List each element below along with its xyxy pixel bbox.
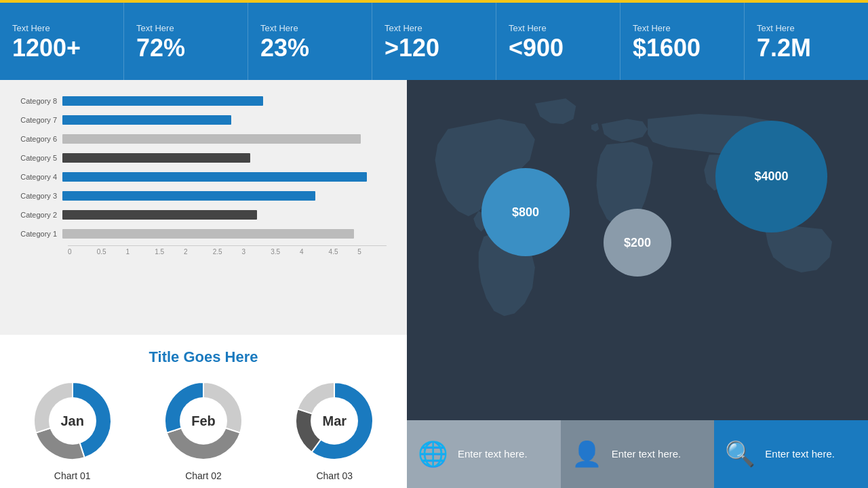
axis-label: 3.5 (271, 246, 300, 256)
bar-track (62, 191, 387, 201)
bar-label: Category 6 (14, 135, 62, 143)
bar-fill (62, 191, 315, 201)
bar-fill (62, 229, 354, 239)
stat-label: Text Here (633, 23, 671, 33)
stat-item: Text Here 1200+ (0, 3, 124, 80)
stat-item: Text Here 7.2M (745, 3, 868, 80)
bar-fill (62, 210, 257, 220)
bar-fill (62, 172, 367, 182)
donut-section: Title Goes Here Jan Chart 01 Feb Chart 0… (0, 335, 407, 488)
map-bubble: $800 (481, 168, 570, 256)
bar-track (62, 115, 387, 125)
donut-chart-item: Jan Chart 01 (28, 377, 117, 481)
bar-track (62, 229, 387, 239)
bar-row: Category 7 (14, 113, 387, 127)
chart-axis: 00.511.522.533.544.55 (68, 245, 387, 256)
bar-label: Category 4 (14, 173, 62, 181)
bar-label: Category 5 (14, 154, 62, 162)
bottom-text: Enter text here. (612, 447, 682, 461)
stat-value: 23% (260, 36, 309, 60)
bottom-info-bar: 🌐 Enter text here. 👤 Enter text here. 🔍 … (407, 420, 868, 488)
map-bubble: $4000 (715, 121, 827, 232)
bar-track (62, 153, 387, 163)
bar-track (62, 134, 387, 144)
axis-label: 5 (357, 246, 387, 256)
bar-row: Category 2 (14, 207, 387, 222)
right-panel: $800$200$4000 🌐 Enter text here. 👤 Enter… (407, 80, 868, 488)
main-content: Category 8 Category 7 Category 6 Categor… (0, 80, 868, 488)
stat-value: 1200+ (12, 36, 81, 60)
bar-track (62, 96, 387, 106)
bar-chart: Category 8 Category 7 Category 6 Categor… (14, 94, 387, 256)
stat-value: $1600 (633, 36, 701, 60)
left-panel: Category 8 Category 7 Category 6 Categor… (0, 80, 407, 488)
stat-label: Text Here (12, 23, 50, 33)
axis-label: 4.5 (329, 246, 358, 256)
bottom-bar-item: 🌐 Enter text here. (407, 420, 561, 488)
bar-track (62, 172, 387, 182)
bar-label: Category 8 (14, 97, 62, 105)
donut-chart-label: Chart 03 (316, 470, 353, 481)
stat-value: 7.2M (757, 36, 811, 60)
donut-wrapper: Mar (290, 377, 378, 465)
donut-wrapper: Jan (28, 377, 117, 465)
stat-value: >120 (384, 36, 439, 60)
bottom-text: Enter text here. (765, 447, 835, 461)
stat-item: Text Here 23% (248, 3, 372, 80)
donut-center-text: Jan (60, 413, 83, 429)
stat-label: Text Here (260, 23, 298, 33)
bar-row: Category 8 (14, 94, 387, 108)
stat-item: Text Here >120 (372, 3, 496, 80)
axis-label: 2.5 (213, 246, 242, 256)
world-map-area: $800$200$4000 (407, 80, 868, 352)
donut-chart-label: Chart 01 (54, 470, 91, 481)
stat-item: Text Here $1600 (620, 3, 745, 80)
bottom-bar (407, 352, 868, 420)
bottom-bar-item: 👤 Enter text here. (561, 420, 715, 488)
bar-label: Category 2 (14, 211, 62, 219)
bar-fill (62, 115, 231, 125)
donut-charts-row: Jan Chart 01 Feb Chart 02 Mar Chart 03 (7, 377, 400, 481)
bar-row: Category 5 (14, 150, 387, 165)
stat-label: Text Here (757, 23, 795, 33)
stats-bar: Text Here 1200+ Text Here 72% Text Here … (0, 0, 868, 80)
bar-row: Category 4 (14, 169, 387, 184)
bar-chart-section: Category 8 Category 7 Category 6 Categor… (0, 80, 407, 335)
donut-chart-item: Feb Chart 02 (159, 377, 248, 481)
bottom-bar-item: 🔍 Enter text here. (714, 420, 868, 488)
bar-fill (62, 153, 250, 163)
bottom-text: Enter text here. (458, 447, 528, 461)
bottom-icon: 🔍 (725, 440, 755, 468)
stat-value: <900 (509, 36, 564, 60)
bottom-icon: 🌐 (418, 440, 448, 468)
bar-label: Category 1 (14, 230, 62, 238)
bar-label: Category 3 (14, 192, 62, 200)
stat-label: Text Here (136, 23, 174, 33)
axis-label: 1 (125, 246, 155, 256)
donut-center-text: Mar (323, 413, 347, 429)
donut-section-title: Title Goes Here (149, 348, 258, 366)
stat-item: Text Here <900 (496, 3, 620, 80)
axis-label: 1.5 (155, 246, 184, 256)
axis-label: 2 (184, 246, 213, 256)
bar-row: Category 6 (14, 131, 387, 146)
stat-value: 72% (136, 36, 185, 60)
donut-chart-label: Chart 02 (185, 470, 222, 481)
bottom-icon: 👤 (572, 440, 602, 468)
axis-label: 0 (68, 246, 97, 256)
axis-label: 3 (241, 246, 271, 256)
axis-label: 4 (300, 246, 329, 256)
donut-center-text: Feb (191, 413, 216, 429)
map-bubble: $200 (604, 209, 671, 277)
bar-fill (62, 134, 361, 144)
donut-wrapper: Feb (159, 377, 248, 465)
bar-track (62, 210, 387, 220)
bar-label: Category 7 (14, 116, 62, 124)
bar-row: Category 1 (14, 226, 387, 241)
stat-item: Text Here 72% (124, 3, 248, 80)
stat-label: Text Here (509, 23, 547, 33)
bar-row: Category 3 (14, 188, 387, 203)
axis-label: 0.5 (97, 246, 126, 256)
stat-label: Text Here (384, 23, 422, 33)
bar-fill (62, 96, 263, 106)
